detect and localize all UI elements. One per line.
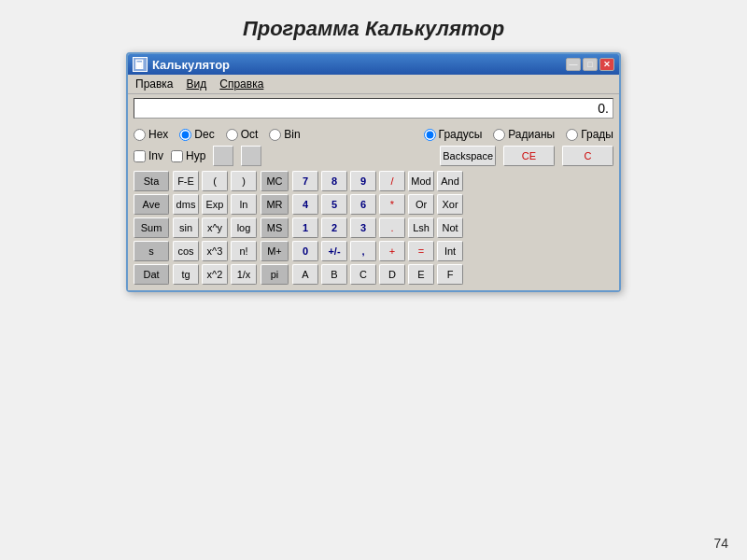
cos-button[interactable]: cos [173,241,199,261]
s-button[interactable]: s [134,241,169,261]
window-title: Калькулятор [152,58,230,72]
calculator-window: 🖩 Калькулятор — □ ✕ Правка Вид Справка 0… [126,52,621,292]
div-button[interactable]: / [379,171,405,191]
gradu-label: Грады [581,128,613,141]
radio-oct[interactable]: Oct [226,128,259,141]
hf-button[interactable]: F [437,264,463,285]
title-bar: 🖩 Калькулятор — □ ✕ [128,54,619,75]
display-area: 0. [128,94,619,122]
numpad-section: 7 8 9 / Mod And 4 5 6 * Or Xor [292,171,463,285]
radio-radian[interactable]: Радианы [493,128,555,141]
hd-button[interactable]: D [379,264,405,285]
dat-button[interactable]: Dat [134,264,169,285]
sin-button[interactable]: sin [173,217,199,238]
display: 0. [134,98,613,119]
n0-button[interactable]: 0 [292,241,318,261]
lsh-button[interactable]: Lsh [408,217,434,238]
int-button[interactable]: Int [437,241,463,261]
nl-button[interactable]: n! [231,241,257,261]
menu-spravka[interactable]: Справка [217,77,266,91]
hb-button[interactable]: B [321,264,347,285]
menu-pravka[interactable]: Правка [133,77,176,91]
maximize-button[interactable]: □ [583,58,598,71]
ha-button[interactable]: A [292,264,318,285]
n5-button[interactable]: 5 [321,194,347,215]
eq-button[interactable]: = [408,241,434,261]
menu-bar: Правка Вид Справка [128,75,619,94]
close-button[interactable]: ✕ [599,58,614,71]
checkbox-row: Inv Hyp Backspace CE C [134,146,613,166]
title-prefix: Программа [243,17,365,40]
n7-button[interactable]: 7 [292,171,318,191]
exp-button[interactable]: Exp [202,194,228,215]
n6-button[interactable]: 6 [350,194,376,215]
and-button[interactable]: And [437,171,463,191]
grady-label: Градусы [439,128,483,141]
mul-button[interactable]: * [379,194,405,215]
n1-button[interactable]: 1 [292,217,318,238]
n4-button[interactable]: 4 [292,194,318,215]
cb-inv[interactable]: Inv [134,149,163,162]
left-column: Sta Ave Sum s Dat [134,171,169,285]
ms-button[interactable]: MS [261,217,289,238]
lp-button[interactable]: ( [202,171,228,191]
xy-button[interactable]: x^y [202,217,228,238]
dec-label: Dec [194,128,214,141]
menu-vid[interactable]: Вид [184,77,210,91]
radio-hex[interactable]: Hex [134,128,168,141]
fe-button[interactable]: F-E [173,171,199,191]
mr-button[interactable]: MR [261,194,289,215]
not-button[interactable]: Not [437,217,463,238]
mp-button[interactable]: M+ [261,241,289,261]
minimize-button[interactable]: — [566,58,581,71]
sum-button[interactable]: Sum [134,217,169,238]
mc-button[interactable]: MC [261,171,289,191]
radio-gradu[interactable]: Грады [566,128,613,141]
radian-label: Радианы [508,128,555,141]
oct-label: Oct [241,128,259,141]
main-grid: Sta Ave Sum s Dat F-E ( ) dms Exp ln [134,171,613,285]
title-bar-left: 🖩 Калькулятор [133,57,230,72]
log-button[interactable]: log [231,217,257,238]
n3-button[interactable]: 3 [350,217,376,238]
x3-button[interactable]: x^3 [202,241,228,261]
rp-button[interactable]: ) [231,171,257,191]
radio-bin[interactable]: Bin [269,128,300,141]
ave-button[interactable]: Ave [134,194,169,215]
dms-button[interactable]: dms [173,194,199,215]
calc-body: Hex Dec Oct Bin Градусы Радианы Грады [128,122,619,290]
tg-button[interactable]: tg [173,264,199,285]
radio-grady[interactable]: Градусы [424,128,483,141]
he-button[interactable]: E [408,264,434,285]
dot-button[interactable]: . [379,217,405,238]
comma-button[interactable]: , [350,241,376,261]
backspace-button[interactable]: Backspace [440,146,496,166]
xor-button[interactable]: Xor [437,194,463,215]
title-bold: Калькулятор [365,17,504,40]
hc-button[interactable]: C [350,264,376,285]
radio-dec[interactable]: Dec [179,128,214,141]
cb-hyp[interactable]: Hyp [171,149,205,162]
n2-button[interactable]: 2 [321,217,347,238]
n9-button[interactable]: 9 [350,171,376,191]
small-btn-2[interactable] [241,146,261,166]
c-button[interactable]: C [562,146,613,166]
mod-button[interactable]: Mod [408,171,434,191]
page-title: Программа Калькулятор [0,0,747,52]
pm-button[interactable]: +/- [321,241,347,261]
or-button[interactable]: Or [408,194,434,215]
x2-button[interactable]: x^2 [202,264,228,285]
ln-button[interactable]: ln [231,194,257,215]
pi-button[interactable]: pi [261,264,289,285]
func-column: F-E ( ) dms Exp ln sin x^y log cos x^3 [173,171,257,285]
app-icon: 🖩 [133,57,148,72]
ce-button[interactable]: CE [503,146,555,166]
n8-button[interactable]: 8 [321,171,347,191]
memory-column: MC MR MS M+ pi [261,171,289,285]
invx-button[interactable]: 1/x [231,264,257,285]
title-bar-controls[interactable]: — □ ✕ [566,58,614,71]
sta-button[interactable]: Sta [134,171,169,191]
plus-button[interactable]: + [379,241,405,261]
page-number: 74 [713,536,728,551]
small-btn-1[interactable] [213,146,233,166]
